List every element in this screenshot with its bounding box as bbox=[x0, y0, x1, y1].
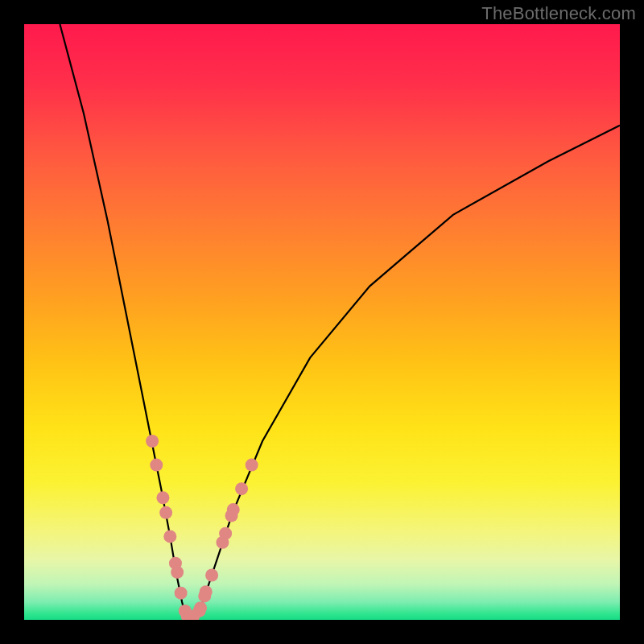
marker-dot bbox=[235, 482, 248, 495]
chart-frame: TheBottleneck.com bbox=[0, 0, 644, 644]
marker-dot bbox=[150, 459, 163, 472]
marker-dot bbox=[171, 566, 184, 579]
marker-dot bbox=[219, 527, 232, 540]
plot-area bbox=[24, 24, 620, 620]
marker-dot bbox=[163, 530, 176, 543]
marker-dot bbox=[200, 585, 213, 598]
bottleneck-curve bbox=[60, 24, 620, 617]
marker-dot bbox=[156, 491, 169, 504]
marker-dot bbox=[194, 601, 207, 614]
watermark-text: TheBottleneck.com bbox=[481, 3, 636, 24]
marker-dot bbox=[205, 569, 218, 582]
marker-dot bbox=[146, 435, 159, 448]
marker-dot bbox=[246, 459, 258, 472]
curve-svg bbox=[24, 24, 620, 620]
marker-dots bbox=[146, 435, 258, 620]
marker-dot bbox=[159, 506, 172, 519]
marker-dot bbox=[227, 503, 240, 516]
marker-dot bbox=[175, 587, 188, 600]
